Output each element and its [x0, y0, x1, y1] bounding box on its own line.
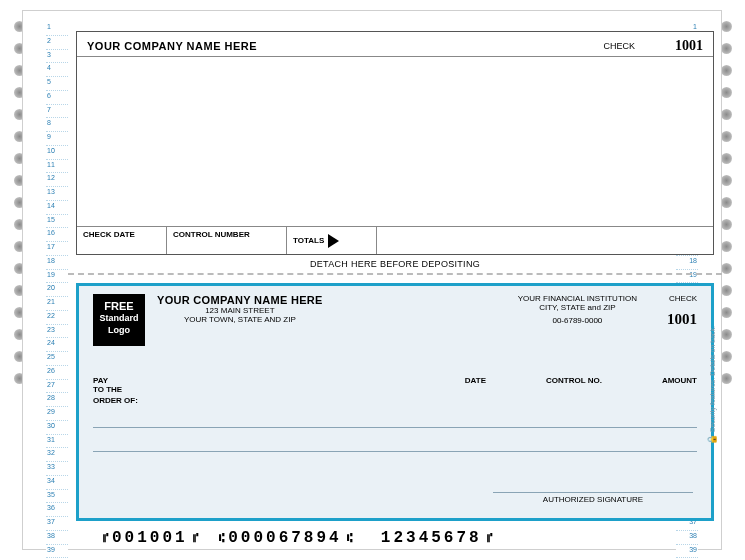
ruler-mark: 5: [46, 77, 68, 91]
ruler-mark: 20: [46, 283, 68, 297]
check-stub: YOUR COMPANY NAME HERE CHECK 1001 CHECK …: [76, 31, 714, 255]
ruler-mark: 39: [46, 545, 68, 559]
ruler-mark: 37: [46, 517, 68, 531]
ruler-mark: 32: [46, 448, 68, 462]
micr-transit-icon: ⑆: [219, 531, 223, 546]
ruler-mark: 9: [46, 132, 68, 146]
ruler-mark: 15: [46, 215, 68, 229]
stub-company-name: YOUR COMPANY NAME HERE: [87, 40, 257, 52]
ruler-mark: 8: [46, 118, 68, 132]
check-address1: 123 MAIN STREET: [157, 306, 323, 315]
date-label: DATE: [465, 376, 486, 394]
totals-value: [377, 227, 713, 254]
ruler-mark: 30: [46, 421, 68, 435]
sprocket-hole: [721, 307, 732, 318]
check-header: FREE Standard Logo YOUR COMPANY NAME HER…: [93, 294, 697, 346]
sprocket-hole: [721, 65, 732, 76]
ruler-mark: 36: [46, 503, 68, 517]
pay-label: PAY: [93, 376, 148, 385]
ruler-mark: 1: [46, 22, 68, 36]
sprocket-hole: [721, 263, 732, 274]
check-number: 1001: [667, 311, 697, 328]
arrow-right-icon: [328, 234, 339, 248]
ruler-mark: 29: [46, 407, 68, 421]
stub-totals-row: CHECK DATE CONTROL NUMBER TOTALS: [77, 226, 713, 254]
form-sheet: 1234567891011121314151617181920212223242…: [22, 10, 722, 550]
check-company-name: YOUR COMPANY NAME HERE: [157, 294, 323, 306]
sprocket-hole: [721, 43, 732, 54]
ruler-mark: 19: [46, 270, 68, 284]
sprocket-hole: [721, 197, 732, 208]
check-label: CHECK: [667, 294, 697, 303]
perforation-line: [68, 273, 722, 275]
logo-placeholder: FREE Standard Logo: [93, 294, 145, 346]
micr-check-number: 001001: [112, 529, 188, 547]
amount-label: AMOUNT: [662, 376, 697, 394]
ruler-mark: 4: [46, 63, 68, 77]
ruler-mark: 35: [46, 490, 68, 504]
ruler-mark: 7: [46, 105, 68, 119]
security-text: Security features. Details on back.: [709, 326, 716, 432]
micr-onus-icon: ⑈: [193, 531, 197, 546]
signature-label: AUTHORIZED SIGNATURE: [543, 495, 643, 504]
sprocket-hole: [721, 87, 732, 98]
sprocket-hole: [721, 373, 732, 384]
signature-line: AUTHORIZED SIGNATURE: [493, 492, 693, 504]
bank-city: CITY, STATE and ZIP: [518, 303, 637, 312]
ruler-mark: 23: [46, 325, 68, 339]
stub-check-number: 1001: [675, 38, 703, 54]
sprocket-hole: [721, 241, 732, 252]
lock-icon: 🔒: [707, 434, 717, 445]
ruler-mark: 2: [46, 36, 68, 50]
micr-onus-icon: ⑈: [487, 531, 491, 546]
control-no-label: CONTROL NO.: [546, 376, 602, 394]
ruler-mark: 21: [46, 297, 68, 311]
stub-check-label: CHECK: [603, 41, 635, 51]
bank-name: YOUR FINANCIAL INSTITUTION: [518, 294, 637, 303]
micr-line: ⑈001001⑈ ⑆000067894⑆ 12345678⑈: [68, 521, 722, 555]
check-face: FREE Standard Logo YOUR COMPANY NAME HER…: [76, 283, 714, 521]
ruler-mark: 27: [46, 380, 68, 394]
ruler-mark: 28: [46, 393, 68, 407]
totals-label: TOTALS: [293, 236, 324, 245]
logo-line2: Standard: [96, 313, 142, 325]
stub-header: YOUR COMPANY NAME HERE CHECK 1001: [77, 32, 713, 56]
ruler-mark: 18: [46, 256, 68, 270]
stub-body: [77, 56, 713, 226]
sprocket-hole: [721, 21, 732, 32]
logo-line1: FREE: [96, 299, 142, 313]
micr-onus-icon: ⑈: [103, 531, 107, 546]
sprocket-hole: [721, 175, 732, 186]
sprocket-hole: [721, 219, 732, 230]
ruler-mark: 10: [46, 146, 68, 160]
ruler-mark: 14: [46, 201, 68, 215]
micr-routing: 000067894: [228, 529, 341, 547]
check-address2: YOUR TOWN, STATE AND ZIP: [157, 315, 323, 324]
micr-account: 12345678: [381, 529, 482, 547]
dollars-written-line: [93, 451, 697, 452]
ruler-mark: 12: [46, 173, 68, 187]
ruler-mark: 11: [46, 160, 68, 174]
order-of-label: ORDER OF:: [93, 396, 697, 405]
bank-routing: 00-6789-0000: [518, 316, 637, 325]
check-date-label: CHECK DATE: [77, 227, 167, 254]
check-number-block: CHECK 1001: [667, 294, 697, 328]
ruler-mark: 6: [46, 91, 68, 105]
ruler-mark: 22: [46, 311, 68, 325]
sprocket-hole: [721, 329, 732, 340]
payee-amount-line: [93, 427, 697, 447]
sprocket-hole: [721, 153, 732, 164]
ruler-mark: 13: [46, 187, 68, 201]
sprocket-hole: [721, 351, 732, 362]
control-number-label: CONTROL NUMBER: [167, 227, 287, 254]
field-labels: DATE CONTROL NO. AMOUNT: [465, 376, 697, 394]
line-ruler-left: 1234567891011121314151617181920212223242…: [46, 22, 68, 560]
sprocket-hole: [721, 285, 732, 296]
ruler-mark: 3: [46, 50, 68, 64]
ruler-mark: 31: [46, 435, 68, 449]
ruler-mark: 24: [46, 338, 68, 352]
ruler-mark: 26: [46, 366, 68, 380]
ruler-mark: 33: [46, 462, 68, 476]
ruler-mark: 34: [46, 476, 68, 490]
security-notice: 🔒 Security features. Details on back.: [707, 326, 717, 445]
